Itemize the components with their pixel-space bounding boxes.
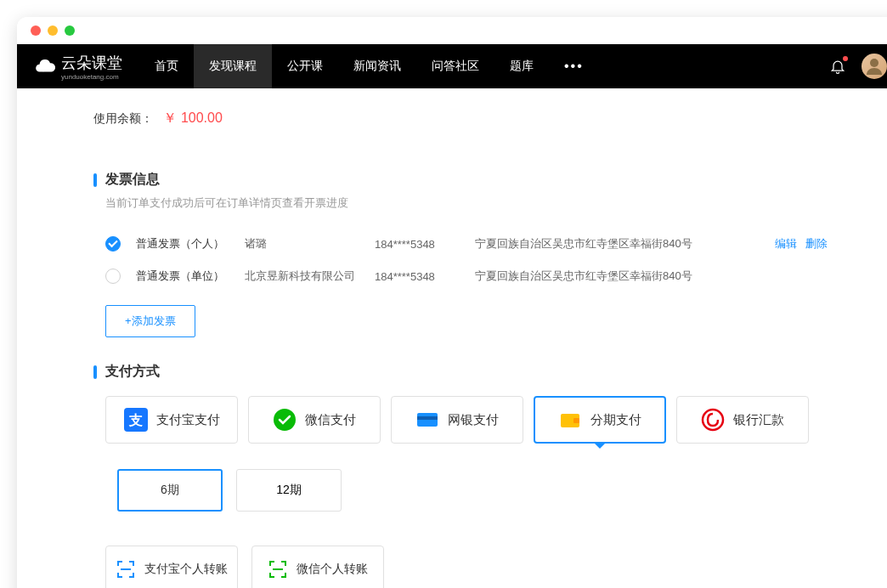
nav-public[interactable]: 公开课	[272, 44, 338, 88]
invoice-address: 宁夏回族自治区吴忠市红寺堡区幸福街840号	[475, 236, 760, 252]
nav-more-icon[interactable]: •••	[549, 59, 599, 74]
scan-icon	[116, 559, 136, 580]
pay-method-bank[interactable]: 网银支付	[391, 396, 523, 444]
balance-amount: ￥ 100.00	[163, 110, 222, 125]
invoice-radio[interactable]	[105, 269, 121, 284]
payment-title: 支付方式	[105, 363, 160, 381]
nav-qa[interactable]: 问答社区	[416, 44, 494, 88]
invoice-section: 发票信息 当前订单支付成功后可在订单详情页查看开票进度 普通发票（个人） 诸璐 …	[93, 171, 828, 337]
svg-rect-5	[417, 416, 438, 420]
svg-point-8	[703, 410, 723, 430]
invoice-name: 北京昱新科技有限公司	[245, 269, 359, 284]
invoice-type: 普通发票（个人）	[136, 236, 229, 252]
bank-transfer-icon	[701, 408, 725, 432]
pay-method-transfer[interactable]: 银行汇款	[676, 396, 809, 444]
section-bar-icon	[93, 173, 97, 187]
bank-icon	[415, 408, 439, 432]
pay-method-wechat[interactable]: 微信支付	[248, 396, 381, 444]
invoice-row[interactable]: 普通发票（个人） 诸璐 184****5348 宁夏回族自治区吴忠市红寺堡区幸福…	[105, 228, 828, 260]
invoice-name: 诸璐	[245, 236, 359, 252]
window-titlebar	[17, 17, 887, 44]
main-content: 使用余额： ￥ 100.00 发票信息 当前订单支付成功后可在订单详情页查看开票…	[17, 88, 887, 588]
cloud-logo-icon	[34, 55, 56, 77]
notification-bell[interactable]	[829, 58, 846, 75]
transfer-label: 微信个人转账	[297, 562, 368, 577]
pay-method-installment[interactable]: 分期支付	[534, 396, 666, 444]
delete-link[interactable]: 删除	[805, 236, 828, 252]
notification-dot	[843, 56, 848, 61]
nav-bank[interactable]: 题库	[494, 44, 549, 88]
pay-label: 网银支付	[448, 412, 499, 428]
balance-label: 使用余额：	[93, 111, 153, 125]
pay-label: 银行汇款	[733, 412, 784, 428]
user-avatar[interactable]	[862, 54, 887, 79]
installment-12[interactable]: 12期	[236, 469, 342, 512]
balance-box: 使用余额： ￥ 100.00	[93, 88, 828, 145]
nav-items: 首页 发现课程 公开课 新闻资讯 问答社区 题库 •••	[139, 44, 599, 88]
payment-section: 支付方式 支 支付宝支付 微信支付 网银支付 分期支付	[93, 363, 828, 588]
svg-point-0	[870, 59, 879, 67]
maximize-dot[interactable]	[65, 25, 75, 36]
nav-news[interactable]: 新闻资讯	[338, 44, 416, 88]
nav-discover[interactable]: 发现课程	[194, 44, 272, 88]
invoice-title: 发票信息	[105, 171, 160, 189]
brand-name: 云朵课堂	[61, 54, 122, 71]
pay-label: 微信支付	[305, 412, 356, 428]
wechat-icon	[273, 408, 297, 432]
top-navbar: 云朵课堂 yunduoketang.com 首页 发现课程 公开课 新闻资讯 问…	[17, 44, 887, 88]
svg-text:支: 支	[128, 413, 143, 427]
alipay-icon: 支	[124, 408, 148, 432]
invoice-phone: 184****5348	[375, 238, 460, 251]
close-dot[interactable]	[31, 25, 41, 36]
svg-point-3	[274, 409, 296, 431]
edit-link[interactable]: 编辑	[775, 236, 797, 252]
invoice-row[interactable]: 普通发票（单位） 北京昱新科技有限公司 184****5348 宁夏回族自治区吴…	[105, 260, 828, 292]
transfer-label: 支付宝个人转账	[144, 562, 228, 577]
pay-label: 分期支付	[590, 412, 641, 428]
transfer-wechat[interactable]: 微信个人转账	[251, 546, 384, 588]
wallet-icon	[558, 408, 582, 432]
scan-icon	[268, 559, 288, 580]
brand-logo[interactable]: 云朵课堂 yunduoketang.com	[34, 53, 122, 81]
invoice-address: 宁夏回族自治区吴忠市红寺堡区幸福街840号	[475, 269, 828, 284]
brand-sub: yunduoketang.com	[61, 73, 122, 81]
svg-rect-7	[573, 418, 579, 423]
pay-label: 支付宝支付	[156, 412, 220, 428]
add-invoice-button[interactable]: +添加发票	[105, 305, 195, 337]
invoice-phone: 184****5348	[375, 270, 460, 283]
transfer-alipay[interactable]: 支付宝个人转账	[105, 546, 238, 588]
section-bar-icon	[93, 365, 97, 379]
pay-method-alipay[interactable]: 支 支付宝支付	[105, 396, 238, 444]
invoice-radio[interactable]	[105, 236, 121, 252]
invoice-subtitle: 当前订单支付成功后可在订单详情页查看开票进度	[105, 195, 828, 211]
nav-home[interactable]: 首页	[139, 44, 194, 88]
installment-6[interactable]: 6期	[117, 469, 223, 512]
minimize-dot[interactable]	[48, 25, 58, 36]
invoice-type: 普通发票（单位）	[136, 269, 229, 284]
